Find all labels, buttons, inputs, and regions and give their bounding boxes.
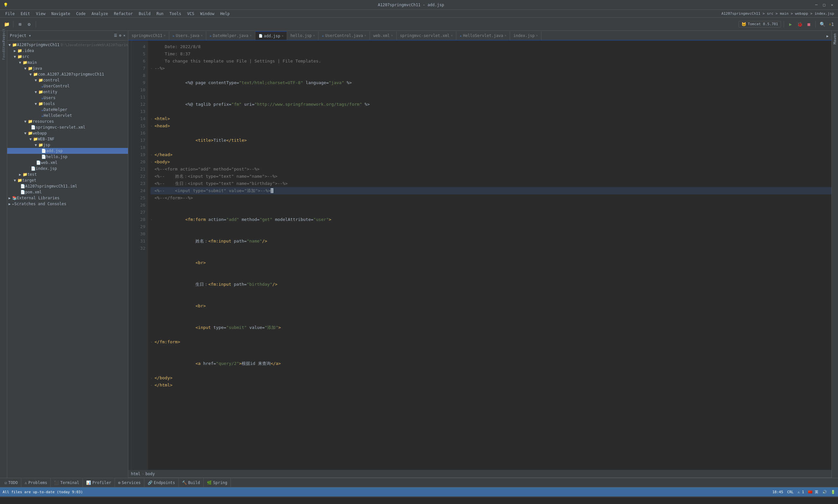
tab-usercontrol-java[interactable]: ☕ UserControl.java ×	[319, 31, 370, 40]
tab-close-smvc-xml[interactable]: ×	[451, 34, 453, 37]
tree-item-tools[interactable]: ▼ 📁 tools	[7, 101, 128, 107]
tab-close-hello-jsp[interactable]: ×	[313, 34, 315, 37]
tab-close-hs-java[interactable]: ×	[504, 34, 506, 37]
tree-item-pom[interactable]: 📄 pom.xml	[7, 189, 128, 195]
tree-item-target[interactable]: ▼ 📁 target	[7, 177, 128, 183]
menu-refactor[interactable]: Refactor	[111, 11, 136, 17]
menu-view[interactable]: View	[33, 11, 48, 17]
tomcat-indicator[interactable]: 🐱 Tomcat 8.5.781	[738, 21, 781, 28]
project-header-icon-2[interactable]: ⚙	[119, 33, 122, 38]
tree-item-iml[interactable]: 📄 A1207springmvcCh11.iml	[7, 183, 128, 189]
tree-item-main[interactable]: ▼ 📁 main	[7, 59, 128, 66]
fold-11[interactable]: -	[150, 122, 155, 130]
bottom-tab-terminal[interactable]: ⬛ Terminal	[51, 478, 83, 487]
menu-build[interactable]: Build	[136, 11, 153, 17]
tree-item-com[interactable]: ▼ 📁 com.A1207.A1207springmvcCh11	[7, 71, 128, 77]
close-button[interactable]: ✕	[830, 2, 835, 7]
bottom-tab-todo[interactable]: ☑ TODO	[1, 478, 21, 487]
breadcrumb-html[interactable]: html	[131, 472, 140, 476]
tree-item-webapp[interactable]: ▼ 📁 webapp	[7, 130, 128, 136]
tab-close-index-jsp[interactable]: ×	[536, 34, 538, 37]
tree-item-hello-jsp[interactable]: 📄 hello.jsp	[7, 154, 128, 160]
bottom-tab-build[interactable]: 🔨 Build	[179, 478, 203, 487]
fold-10[interactable]: -	[150, 115, 155, 122]
breadcrumb-body[interactable]: body	[145, 472, 155, 476]
maven-label[interactable]: Maven	[832, 31, 838, 47]
tree-item-usercontrol[interactable]: ☕ UserControl	[7, 83, 128, 89]
bottom-tab-services[interactable]: ⚙ Services	[115, 478, 144, 487]
bottom-tab-endpoints[interactable]: 🔗 Endpoints	[144, 478, 179, 487]
fold-31[interactable]: -	[150, 382, 155, 389]
menu-help[interactable]: Help	[218, 11, 232, 17]
tree-item-scratches[interactable]: ▶ ✏️ Scratches and Consoles	[7, 201, 128, 207]
tab-close-springmvcch11[interactable]: ×	[164, 34, 166, 37]
tree-item-index-jsp[interactable]: 📄 index.jsp	[7, 166, 128, 172]
fold-14[interactable]: -	[150, 158, 155, 166]
tree-item-add-jsp[interactable]: 📄 add.jsp	[7, 148, 128, 154]
tab-index-jsp[interactable]: index.jsp ×	[510, 31, 541, 40]
menu-code[interactable]: Code	[74, 11, 88, 17]
code-content[interactable]: Date: 2022/8/8 Time: 8:37 To change this…	[148, 40, 832, 470]
bottom-tab-profiler[interactable]: 📊 Profiler	[83, 478, 115, 487]
tab-springmvc-servlet-xml[interactable]: springmvc-servlet.xml ×	[397, 31, 457, 40]
tab-springmvcch11[interactable]: springmvcCh11 ×	[128, 31, 169, 40]
menu-vcs[interactable]: VCS	[185, 11, 197, 17]
stop-button[interactable]: ■	[805, 20, 813, 28]
tree-item-java[interactable]: ▼ 📁 java	[7, 66, 128, 71]
minimize-button[interactable]: ─	[814, 2, 819, 7]
toolbar-project-btn[interactable]: 📁	[3, 20, 11, 28]
tree-item-src[interactable]: ▼ 📁 src	[7, 54, 128, 59]
menu-file[interactable]: File	[3, 11, 17, 17]
tree-item-control[interactable]: ▼ 📁 control	[7, 77, 128, 83]
project-header-icon-3[interactable]: ×	[123, 33, 125, 38]
tree-item-datehelper[interactable]: ☕ DateHelper	[7, 107, 128, 112]
tree-item-springmvc-servlet[interactable]: 📄 springmvc-servlet.xml	[7, 124, 128, 130]
warning-btn[interactable]: ⚠ 1	[827, 20, 835, 28]
tab-web-xml[interactable]: web.xml ×	[370, 31, 397, 40]
fold-27[interactable]: -	[150, 338, 155, 346]
maximize-button[interactable]: □	[822, 2, 827, 7]
fold-7[interactable]: -	[150, 65, 155, 72]
fold-30[interactable]: -	[150, 374, 155, 382]
tab-scroll-right[interactable]: ▶	[824, 32, 832, 40]
bottom-tab-problems[interactable]: ⚠ Problems	[21, 478, 51, 487]
tab-close-add-jsp[interactable]: ×	[282, 34, 284, 38]
menu-tools[interactable]: Tools	[167, 11, 184, 17]
search-everywhere-btn[interactable]: 🔍	[818, 20, 826, 28]
tree-item-helloservlet[interactable]: ☕ HelloServlet	[7, 112, 128, 119]
tree-item-users[interactable]: ☕ Users	[7, 95, 128, 101]
tab-helloservlet-java[interactable]: ☕ HelloServlet.java ×	[456, 31, 510, 40]
debug-button[interactable]: 🐞	[796, 20, 804, 28]
code-editor[interactable]: 4 5 6 7 8 9 10 11 12 13 14 15 16 17 18 1…	[128, 40, 832, 470]
sidebar-item-favorites[interactable]: Favorites	[0, 48, 7, 54]
tab-users-java[interactable]: ☕ Users.java ×	[169, 31, 206, 40]
fold-13[interactable]: -	[150, 151, 155, 158]
toolbar-settings-btn[interactable]: ⚙	[25, 20, 33, 28]
menu-edit[interactable]: Edit	[18, 11, 33, 17]
run-button[interactable]: ▶	[787, 20, 795, 28]
menu-run[interactable]: Run	[154, 11, 166, 17]
tab-close-web-xml[interactable]: ×	[391, 34, 393, 37]
tree-item-project-root[interactable]: ▼ 📁 A1207springmvcCh11 D:\JavaEnterprise…	[7, 42, 128, 48]
tab-close-datehelper-java[interactable]: ×	[250, 34, 252, 37]
toolbar-layout-btn[interactable]: ⊞	[16, 20, 24, 28]
tree-item-entity[interactable]: ▼ 📁 entity	[7, 89, 128, 95]
bottom-tab-spring[interactable]: 🌿 Spring	[203, 478, 231, 487]
tab-close-uc-java[interactable]: ×	[364, 34, 366, 37]
tree-item-resources[interactable]: ▼ 📁 resources	[7, 119, 128, 124]
tree-item-idea[interactable]: ▶ 📁 .idea	[7, 48, 128, 54]
tree-item-webinf[interactable]: ▼ 📁 WEB-INF	[7, 136, 128, 142]
tab-hello-jsp[interactable]: hello.jsp ×	[287, 31, 319, 40]
tab-add-jsp[interactable]: 📄 add.jsp ×	[255, 31, 287, 40]
tab-close-users-java[interactable]: ×	[201, 34, 203, 37]
tree-item-external-libraries[interactable]: ▶ 📚 External Libraries	[7, 195, 128, 201]
tab-datehelper-java[interactable]: ☕ DateHelper.java ×	[206, 31, 255, 40]
menu-analyze[interactable]: Analyze	[89, 11, 111, 17]
tree-item-web-xml[interactable]: 📄 web.xml	[7, 160, 128, 166]
tree-item-jsp[interactable]: ▼ 📁 jsp	[7, 142, 128, 148]
tree-item-test[interactable]: ▶ 📁 test	[7, 172, 128, 177]
menu-window[interactable]: Window	[197, 11, 217, 17]
fold-21[interactable]: -	[150, 216, 155, 223]
menu-navigate[interactable]: Navigate	[49, 11, 73, 17]
project-header-icon-1[interactable]: ☰	[114, 33, 117, 38]
